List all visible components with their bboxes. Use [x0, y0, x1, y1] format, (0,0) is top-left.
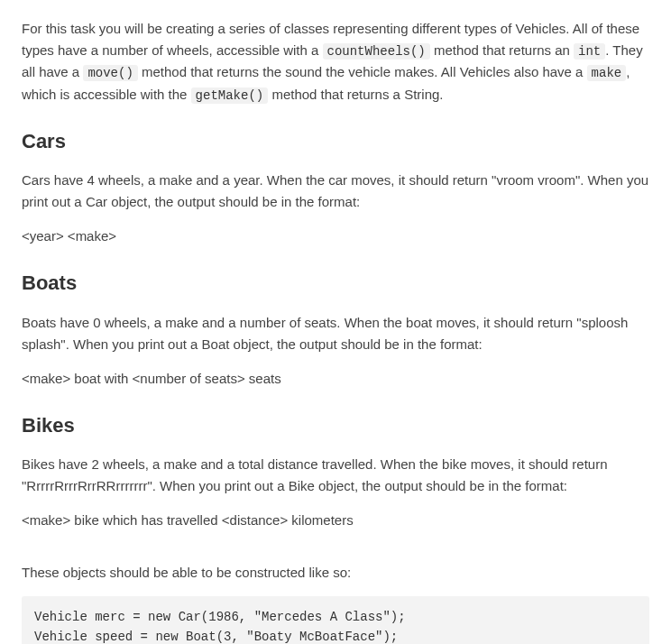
code-block-content: Vehicle merc = new Car(1986, "Mercedes A… [34, 610, 428, 644]
bikes-format: <make> bike which has travelled <distanc… [22, 510, 649, 531]
inline-code-make: make [587, 65, 627, 81]
construction-lead: These objects should be able to be const… [22, 562, 649, 584]
intro-text-6: method that returns a String. [268, 87, 443, 102]
inline-code-getmake: getMake() [191, 87, 269, 104]
bikes-description: Bikes have 2 wheels, a make and a total … [22, 454, 649, 497]
cars-heading: Cars [22, 125, 649, 157]
intro-text-2: method that returns an [430, 42, 574, 58]
inline-code-countwheels: countWheels() [323, 43, 430, 60]
intro-paragraph: For this task you will be creating a ser… [22, 18, 649, 106]
boats-description: Boats have 0 wheels, a make and a number… [22, 312, 649, 355]
intro-text-4: method that returns the sound the vehicl… [138, 64, 587, 79]
cars-format: <year> <make> [22, 225, 649, 247]
inline-code-int: int [574, 43, 605, 60]
inline-code-move: move() [83, 65, 137, 81]
code-block-construction: Vehicle merc = new Car(1986, "Mercedes A… [22, 596, 649, 644]
boats-heading: Boats [22, 267, 649, 299]
spacer [22, 544, 649, 562]
cars-description: Cars have 4 wheels, a make and a year. W… [22, 170, 649, 213]
boats-format: <make> boat with <number of seats> seats [22, 368, 649, 390]
bikes-heading: Bikes [22, 409, 649, 441]
